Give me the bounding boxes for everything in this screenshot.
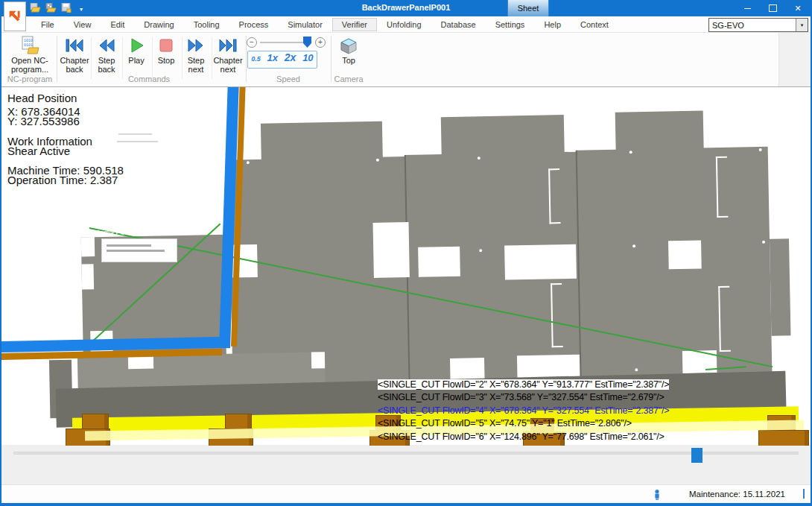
save-icon[interactable] [61, 2, 72, 16]
chapter-next-icon [218, 35, 238, 56]
step-next-button[interactable]: Step next [182, 35, 210, 74]
nc-line: <SINGLE_CUT FlowID="2" X="678.364" Y="91… [378, 379, 669, 390]
punch-hole [481, 373, 484, 376]
punch-hole [478, 156, 480, 159]
speed-preset-05-button[interactable]: 0.5 [251, 55, 261, 63]
speed-preset-10-button[interactable]: 10 [302, 52, 313, 63]
step-back-button[interactable]: Step back [92, 35, 121, 74]
cutout [81, 264, 94, 289]
punch-hole [759, 148, 762, 151]
play-button[interactable]: Play [122, 35, 150, 65]
status-tick [803, 489, 805, 499]
bracket-cut-mark [716, 156, 729, 218]
button-separator [91, 37, 92, 79]
nc-line: <SINGLE_CUT FlowID="3" X="73.568" Y="327… [378, 392, 664, 402]
operation-time: Operation Time: 2.387 [7, 175, 124, 185]
group-separator [57, 36, 57, 82]
window-border-bottom [0, 503, 812, 506]
combo-caret-icon[interactable]: ▾ [796, 19, 808, 31]
punch-hole [629, 151, 632, 154]
speed-increase-button[interactable]: + [315, 37, 326, 48]
menu-drawing[interactable]: Drawing [134, 18, 183, 31]
speed-preset-1x-button[interactable]: 1x [267, 52, 278, 63]
head-position-title: Head Position [7, 93, 124, 103]
status-bar: Maintenance: 15.11.2021 [0, 484, 812, 504]
title-bar[interactable]: ▾ BackDrawerPanelP001 Sheet ✕ [0, 0, 812, 16]
cutout [418, 247, 460, 277]
menu-context[interactable]: Context [571, 18, 618, 31]
menu-file[interactable]: File [31, 18, 64, 31]
speed-slider-track[interactable] [260, 42, 309, 43]
cutout [311, 352, 325, 368]
step-next-icon [187, 35, 205, 56]
maintenance-icon [653, 489, 662, 500]
bracket-cut-mark [548, 168, 560, 224]
nc-program-file-icon: 10100101 [20, 35, 39, 56]
cutout [372, 222, 409, 278]
ribbon: 10100101 Open NC-program... Chapter back… [0, 33, 812, 87]
open-machine-icon[interactable] [45, 2, 57, 16]
camera-top-button[interactable]: Top [334, 35, 364, 65]
play-icon [128, 35, 145, 56]
minimize-button[interactable] [735, 0, 760, 16]
sheet-brand-label: Prima Power [95, 228, 136, 236]
timeline-track[interactable] [13, 452, 799, 455]
close-button[interactable]: ✕ [785, 0, 811, 16]
maximize-icon [769, 4, 777, 12]
speed-slider-thumb[interactable] [303, 37, 311, 48]
menu-edit[interactable]: Edit [101, 18, 134, 31]
chapter-back-icon [65, 35, 84, 56]
step-back-icon [98, 35, 115, 56]
speed-decrease-button[interactable]: − [247, 37, 257, 48]
bracket-cut-mark [551, 283, 563, 347]
app-logo-icon [7, 8, 23, 25]
hud-overlay: Head Position X: 678.364014 Y: 327.55398… [7, 93, 124, 185]
group-label-speed: Speed [262, 75, 314, 83]
work-status: Shear Active [7, 146, 124, 156]
chapter-back-button[interactable]: Chapter back [60, 35, 89, 74]
punch-hole [376, 159, 379, 162]
menu-process[interactable]: Process [229, 18, 279, 31]
menu-tooling[interactable]: Tooling [184, 18, 229, 31]
svg-text:0101: 0101 [24, 43, 33, 48]
head-position-y: Y: 327.553986 [7, 116, 124, 126]
open-nc-program-button[interactable]: 10100101 Open NC-program... [6, 35, 54, 74]
window-controls: ✕ [735, 0, 811, 16]
sheet-panel [770, 238, 790, 335]
punch-hole [479, 249, 482, 252]
speed-preset-2x-button[interactable]: 2x [285, 51, 296, 63]
timeline-panel [0, 445, 812, 484]
app-menu-button[interactable] [4, 1, 26, 31]
menu-help[interactable]: Help [534, 18, 571, 31]
menu-verifier[interactable]: Verifier [332, 18, 377, 31]
faint-annotation [107, 250, 165, 252]
sheet-info-box [101, 238, 177, 262]
sheet-panel [615, 110, 704, 151]
menu-simulator[interactable]: Simulator [278, 18, 332, 31]
cutout [668, 240, 702, 269]
punch-hole [632, 244, 635, 247]
punch-hole [247, 161, 250, 164]
timeline-thumb[interactable] [691, 448, 702, 463]
maximize-button[interactable] [760, 0, 785, 16]
stop-button[interactable]: Stop [152, 35, 180, 65]
menu-settings[interactable]: Settings [486, 18, 535, 31]
menu-database[interactable]: Database [431, 18, 486, 31]
machine-profile-value: SG-EVO [709, 21, 796, 30]
menu-bar: File View Edit Drawing Tooling Process S… [0, 16, 812, 33]
simulation-viewport[interactable]: Prima Power Head Position X: 678.364014 … [1, 86, 811, 446]
machine-profile-select[interactable]: SG-EVO ▾ [708, 18, 808, 32]
app-window: ▾ BackDrawerPanelP001 Sheet ✕ File View … [0, 0, 812, 506]
menu-unfolding[interactable]: Unfolding [377, 18, 431, 31]
sheet-panel [441, 115, 565, 156]
group-label-commands: Commands [97, 75, 201, 83]
chapter-next-button[interactable]: Chapter next [212, 35, 244, 74]
open-file-icon[interactable] [30, 2, 41, 16]
sheet-panel [261, 121, 383, 162]
qat-caret-icon[interactable]: ▾ [80, 6, 83, 13]
nc-line-current: <SINGLE_CUT FlowID="4" X="678.364" Y="32… [378, 405, 669, 416]
faint-annotation [107, 244, 151, 247]
context-tab-sheet[interactable]: Sheet [507, 0, 549, 16]
camera-cube-icon [339, 35, 358, 56]
menu-view[interactable]: View [64, 18, 101, 31]
